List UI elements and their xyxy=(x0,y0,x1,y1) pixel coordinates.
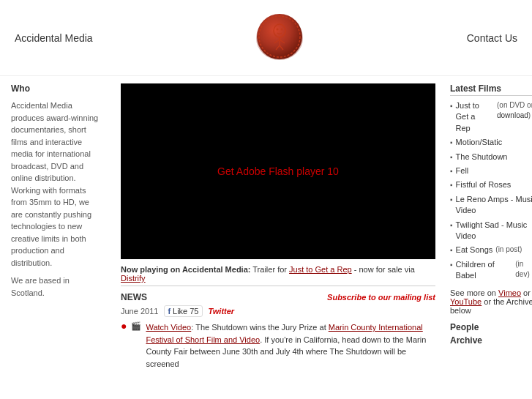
news-title: NEWS xyxy=(121,292,147,302)
facebook-icon: f xyxy=(168,307,171,316)
now-playing-bar: Now playing on Accidental Media: Trailer… xyxy=(121,259,435,286)
film-link-4[interactable]: Fistful of Roses xyxy=(456,179,512,190)
film-sub-7: (in post) xyxy=(495,245,522,255)
subscribe-link[interactable]: Subscribe to our mailing list xyxy=(327,293,435,302)
now-playing-suffix: - now for sale via xyxy=(354,265,415,274)
right-sidebar: Latest Films Just to Get a Rep (on DVD o… xyxy=(443,83,532,374)
youtube-link[interactable]: YouTube xyxy=(450,297,482,306)
film-item-2: The Shutdown xyxy=(450,152,532,163)
news-text: Watch Video: The Shutdown wins the Jury … xyxy=(146,321,435,370)
left-sidebar: Who Accidental Media produces award-winn… xyxy=(0,83,113,374)
archive-link[interactable]: Archive xyxy=(450,335,532,346)
facebook-like-box[interactable]: f Like 75 xyxy=(164,305,202,317)
description-text: Accidental Media produces award-winning … xyxy=(11,100,102,269)
now-playing-film-link[interactable]: Just to Get a Rep xyxy=(289,265,352,274)
see-more-prefix: See more on xyxy=(450,288,496,297)
contact-us-link[interactable]: Contact Us xyxy=(467,32,517,44)
film-sub-8: (in dev) xyxy=(515,259,532,280)
film-list: Just to Get a Rep (on DVD or download) M… xyxy=(450,100,532,281)
film-link-0[interactable]: Just to Get a Rep xyxy=(456,100,491,134)
watch-video-link[interactable]: Watch Video xyxy=(146,323,191,332)
header: Accidental Media Cont xyxy=(0,0,532,76)
film-item-3: Fell xyxy=(450,165,532,176)
film-link-5[interactable]: Le Reno Amps - Music Video xyxy=(456,194,532,217)
film-item-8: Children of Babel (in dev) xyxy=(450,259,532,282)
logo-seal xyxy=(250,7,309,66)
fb-count: 75 xyxy=(190,307,198,316)
flash-message: Get Adobe Flash player 10 xyxy=(217,165,339,177)
news-header: NEWS Subscribe to our mailing list xyxy=(121,292,435,302)
news-item: ● 🎬 Watch Video: The Shutdown wins the J… xyxy=(121,321,435,370)
news-date: June 2011 xyxy=(121,307,158,316)
people-archive: People Archive xyxy=(450,322,532,346)
vendor-link[interactable]: Distrify xyxy=(121,274,146,283)
download-link[interactable]: download xyxy=(497,111,528,119)
svg-point-5 xyxy=(281,29,283,31)
video-player[interactable]: Get Adobe Flash player 10 xyxy=(121,83,435,259)
news-meta: June 2011 f Like 75 Twitter xyxy=(121,305,435,317)
fb-like-label: Like xyxy=(173,307,187,316)
now-playing-prefix: Now playing on Accidental Media: xyxy=(121,265,250,274)
now-playing-content: Trailer for xyxy=(252,265,287,274)
film-sub-0: (on DVD or download) xyxy=(497,100,532,121)
film-item-4: Fistful of Roses xyxy=(450,179,532,190)
site-title: Accidental Media xyxy=(15,32,93,44)
film-item-5: Le Reno Amps - Music Video xyxy=(450,194,532,217)
twitter-link[interactable]: Twitter xyxy=(209,307,235,316)
film-item-0: Just to Get a Rep (on DVD or download) xyxy=(450,100,532,134)
svg-point-4 xyxy=(277,29,279,31)
see-more: See more on Vimeo or YouTube or the Arch… xyxy=(450,288,532,315)
latest-films-title: Latest Films xyxy=(450,83,532,96)
film-link-2[interactable]: The Shutdown xyxy=(456,152,508,163)
center-content: Get Adobe Flash player 10 Now playing on… xyxy=(113,83,443,374)
who-heading: Who xyxy=(11,83,102,94)
film-link-7[interactable]: Eat Songs xyxy=(456,245,493,256)
film-link-8[interactable]: Children of Babel xyxy=(456,259,513,282)
location-text: We are based in Scotland. xyxy=(11,275,102,299)
film-link-3[interactable]: Fell xyxy=(456,165,469,176)
svg-point-1 xyxy=(257,14,302,59)
vimeo-link[interactable]: Vimeo xyxy=(498,288,521,297)
main-content: Who Accidental Media produces award-winn… xyxy=(0,76,532,381)
film-link-6[interactable]: Twilight Sad - Music Video xyxy=(456,220,532,242)
news-text-part2: The Shutdown wins the Jury Prize at xyxy=(195,323,326,332)
film-item-7: Eat Songs (in post) xyxy=(450,245,532,256)
people-link[interactable]: People xyxy=(450,322,532,332)
film-item-6: Twilight Sad - Music Video xyxy=(450,220,532,242)
film-item-1: Motion/Static xyxy=(450,137,532,148)
news-video-icon: 🎬 xyxy=(131,321,141,331)
news-section: NEWS Subscribe to our mailing list June … xyxy=(121,292,435,370)
or-label: or xyxy=(523,288,531,297)
film-link-1[interactable]: Motion/Static xyxy=(456,137,503,148)
news-bullet: ● xyxy=(121,320,127,332)
logo-area xyxy=(250,7,309,68)
